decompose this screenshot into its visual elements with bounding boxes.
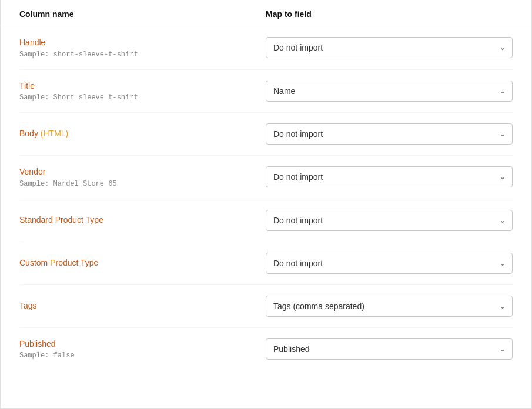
table-row: Custom Product TypeDo not importNameTags… xyxy=(19,242,513,285)
field-name-col: TitleSample: Short sleeve t-shirt xyxy=(19,81,266,102)
field-select-handle[interactable]: Do not importNameTags (comma separated)P… xyxy=(266,37,513,58)
field-label: Tags xyxy=(19,300,254,312)
field-label: Custom Product Type xyxy=(19,257,254,269)
field-label: Handle xyxy=(19,37,254,49)
field-select-body_html[interactable]: Do not importNameTags (comma separated)P… xyxy=(266,123,513,145)
table-row: TitleSample: Short sleeve t-shirtDo not … xyxy=(19,70,513,113)
field-label: Body (HTML) xyxy=(19,128,254,140)
select-wrapper: Do not importNameTags (comma separated)P… xyxy=(266,81,513,102)
select-wrapper: Do not importNameTags (comma separated)P… xyxy=(266,166,513,187)
field-rows-container: HandleSample: short-sleeve-t-shirtDo not… xyxy=(1,26,531,370)
field-select-title[interactable]: Do not importNameTags (comma separated)P… xyxy=(266,81,513,102)
select-wrapper: Do not importNameTags (comma separated)P… xyxy=(266,37,513,58)
table-header: Column name Map to field xyxy=(1,0,531,26)
table-row: HandleSample: short-sleeve-t-shirtDo not… xyxy=(19,26,513,70)
field-map-col: Do not importNameTags (comma separated)P… xyxy=(266,253,513,274)
field-select-standard_product_type[interactable]: Do not importNameTags (comma separated)P… xyxy=(266,210,513,231)
table-row: Standard Product TypeDo not importNameTa… xyxy=(19,199,513,242)
field-label: Published xyxy=(19,338,254,350)
select-wrapper: Do not importNameTags (comma separated)P… xyxy=(266,210,513,231)
field-select-custom_product_type[interactable]: Do not importNameTags (comma separated)P… xyxy=(266,253,513,274)
field-map-col: Do not importNameTags (comma separated)P… xyxy=(266,296,513,317)
field-map-col: Do not importNameTags (comma separated)P… xyxy=(266,338,513,360)
field-name-col: Custom Product Type xyxy=(19,257,266,269)
field-name-col: Standard Product Type xyxy=(19,214,266,226)
map-to-field-header: Map to field xyxy=(266,9,513,19)
table-row: TagsDo not importNameTags (comma separat… xyxy=(19,285,513,328)
column-name-header: Column name xyxy=(19,9,266,19)
field-map-col: Do not importNameTags (comma separated)P… xyxy=(266,81,513,102)
field-name-col: Tags xyxy=(19,300,266,312)
field-select-vendor[interactable]: Do not importNameTags (comma separated)P… xyxy=(266,166,513,187)
select-wrapper: Do not importNameTags (comma separated)P… xyxy=(266,123,513,145)
field-sample: Sample: Mardel Store 65 xyxy=(19,180,254,188)
table-row: VendorSample: Mardel Store 65Do not impo… xyxy=(19,156,513,199)
field-map-col: Do not importNameTags (comma separated)P… xyxy=(266,210,513,231)
field-name-col: PublishedSample: false xyxy=(19,338,266,360)
field-name-col: VendorSample: Mardel Store 65 xyxy=(19,166,266,188)
field-label: Vendor xyxy=(19,166,254,178)
table-row: Body (HTML)Do not importNameTags (comma … xyxy=(19,113,513,156)
field-select-tags[interactable]: Do not importNameTags (comma separated)P… xyxy=(266,296,513,317)
select-wrapper: Do not importNameTags (comma separated)P… xyxy=(266,338,513,360)
field-select-published[interactable]: Do not importNameTags (comma separated)P… xyxy=(266,338,513,360)
field-sample: Sample: short-sleeve-t-shirt xyxy=(19,51,254,59)
select-wrapper: Do not importNameTags (comma separated)P… xyxy=(266,296,513,317)
field-name-col: HandleSample: short-sleeve-t-shirt xyxy=(19,37,266,59)
table-row: PublishedSample: falseDo not importNameT… xyxy=(19,328,513,371)
select-wrapper: Do not importNameTags (comma separated)P… xyxy=(266,253,513,274)
field-map-col: Do not importNameTags (comma separated)P… xyxy=(266,37,513,58)
field-label: Title xyxy=(19,81,254,92)
field-map-col: Do not importNameTags (comma separated)P… xyxy=(266,166,513,187)
field-sample: Sample: false xyxy=(19,351,254,360)
field-name-col: Body (HTML) xyxy=(19,128,266,140)
mapping-container: Column name Map to field HandleSample: s… xyxy=(0,0,532,409)
field-map-col: Do not importNameTags (comma separated)P… xyxy=(266,123,513,145)
field-sample: Sample: Short sleeve t-shirt xyxy=(19,93,254,102)
field-label: Standard Product Type xyxy=(19,214,254,226)
